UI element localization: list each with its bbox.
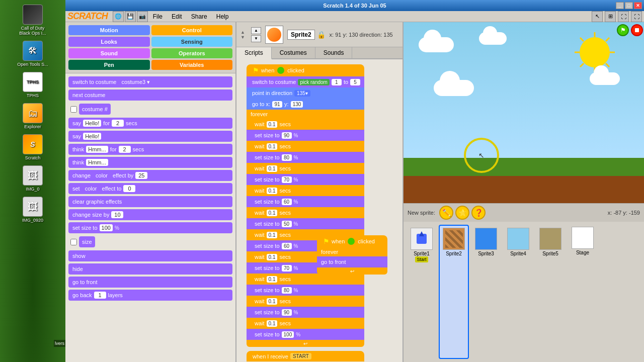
desktop-icon-explorer[interactable]: 🗂 Explorer: [15, 101, 50, 131]
script-switch-costume[interactable]: switch to costume pick random 1 to 5: [247, 76, 364, 87]
desktop-icon-img0920[interactable]: 🖼 IMG_0920: [15, 195, 50, 225]
cat-control[interactable]: Control: [151, 25, 233, 35]
cat-motion[interactable]: Motion: [68, 25, 150, 35]
say-hello2-input[interactable]: Hello!: [83, 133, 101, 140]
close-button[interactable]: ✕: [634, 2, 642, 9]
cat-looks[interactable]: Looks: [68, 37, 150, 47]
script-size-90[interactable]: set size to 90 %: [247, 130, 364, 141]
green-flag-button[interactable]: ⚑: [617, 24, 629, 36]
sprite-item-4[interactable]: Sprite4: [503, 225, 533, 359]
lock-icon[interactable]: 🔒: [317, 31, 326, 39]
block-clear-effects[interactable]: clear graphic effects: [68, 196, 232, 207]
costume-hash-checkbox[interactable]: [70, 106, 77, 113]
script-size-70[interactable]: set size to 70 %: [247, 174, 364, 185]
block-switch-costume[interactable]: switch to costume costume3 ▾: [68, 76, 232, 87]
resize-icon[interactable]: ⊞: [605, 11, 616, 22]
block-say-hello-for[interactable]: say Hello! for 2 secs: [68, 118, 232, 129]
block-think-hmm[interactable]: think Hmm...: [68, 157, 232, 168]
random-sprite-button[interactable]: ⭐: [455, 206, 469, 220]
stop-button[interactable]: [631, 24, 643, 36]
cat-sensing[interactable]: Sensing: [151, 37, 233, 47]
script-wait-9[interactable]: wait 0.1 secs: [247, 296, 364, 307]
script-size-50[interactable]: set size to 50 %: [247, 218, 364, 229]
maximize-button[interactable]: □: [625, 2, 633, 9]
think-hmm2-input[interactable]: Hmm...: [86, 159, 108, 166]
effect-dropdown[interactable]: color: [93, 172, 111, 179]
block-say-hello[interactable]: say Hello!: [68, 131, 232, 142]
sprite-nav-up[interactable]: ▲: [251, 27, 261, 34]
receive-message[interactable]: START: [290, 353, 311, 359]
script-size-60[interactable]: set size to 60 %: [247, 196, 364, 207]
sprite-item-2[interactable]: Sprite2: [439, 225, 469, 359]
sprite-nav-down[interactable]: ▼: [251, 35, 261, 42]
set-effect-dropdown[interactable]: color: [82, 185, 100, 192]
cat-sound[interactable]: Sound: [68, 48, 150, 58]
size-block[interactable]: size: [79, 236, 95, 247]
hat-block-clicked[interactable]: ⚑ when clicked: [247, 64, 364, 76]
tab-scripts[interactable]: Scripts: [236, 47, 272, 59]
desktop-icon-cod[interactable]: Call of DutyBlack Ops I...: [15, 3, 50, 38]
script-wait-10[interactable]: wait 0.1 secs: [247, 318, 364, 329]
stage-item[interactable]: Stage: [568, 225, 598, 359]
block-show[interactable]: show: [68, 250, 232, 261]
think-secs-input[interactable]: 2: [119, 146, 131, 153]
menu-edit[interactable]: Edit: [168, 12, 186, 21]
menu-share[interactable]: Share: [187, 12, 211, 21]
say-secs-input[interactable]: 2: [112, 120, 124, 127]
set-effect-val[interactable]: 0: [123, 185, 135, 192]
set-size-input[interactable]: 100: [100, 224, 113, 231]
effect-val-input[interactable]: 25: [135, 172, 147, 179]
menu-help[interactable]: Help: [212, 12, 233, 21]
script-go-to-xy[interactable]: go to x: 91 y: 130: [247, 99, 364, 110]
block-go-back-layers[interactable]: go back 1 layers: [68, 290, 232, 301]
pointer-icon[interactable]: ↖: [592, 11, 603, 22]
script-go-front[interactable]: go to front: [317, 256, 387, 267]
tab-sounds[interactable]: Sounds: [315, 47, 353, 58]
sprite-name-box[interactable]: Sprite2: [287, 30, 315, 40]
sprite-item-1[interactable]: Sprite1 Start: [407, 225, 437, 359]
minimize-button[interactable]: _: [616, 2, 624, 9]
tab-costumes[interactable]: Costumes: [272, 47, 315, 58]
block-set-size[interactable]: set size to 100 %: [68, 222, 232, 233]
block-change-effect[interactable]: change color effect by 25: [68, 170, 232, 181]
globe-icon[interactable]: 🌐: [113, 11, 124, 22]
upload-sprite-button[interactable]: ❓: [471, 206, 486, 220]
say-hello-input[interactable]: Hello!: [83, 120, 101, 127]
desktop-icon-img0[interactable]: 🖼 IMG_0: [15, 163, 50, 194]
script-wait-1[interactable]: wait 0.1 secs: [247, 119, 364, 130]
block-set-effect[interactable]: set color effect to 0: [68, 183, 232, 194]
hat-receive[interactable]: when I receive START: [247, 351, 364, 361]
block-hide[interactable]: hide: [68, 263, 232, 275]
script-wait-5[interactable]: wait 0.1 secs: [247, 207, 364, 218]
present-icon[interactable]: ⛶: [631, 11, 642, 22]
script-forever2[interactable]: forever: [317, 247, 387, 256]
script-forever[interactable]: forever: [247, 110, 364, 119]
save-icon[interactable]: 💾: [125, 11, 136, 22]
sprite-item-5[interactable]: Sprite5: [535, 225, 566, 359]
hat-block-clicked2[interactable]: ⚑ when clicked: [317, 235, 387, 247]
script-size-80[interactable]: set size to 80 %: [247, 152, 364, 163]
script-wait-4[interactable]: wait 0.1 secs: [247, 185, 364, 196]
desktop-icon-tphs[interactable]: TPHS TPHS: [15, 70, 50, 100]
fullscreen-icon[interactable]: ⛶: [618, 11, 629, 22]
paint-sprite-button[interactable]: ✏️: [439, 206, 453, 220]
desktop-icon-scratch[interactable]: S Scratch: [15, 132, 50, 162]
sprite-item-3[interactable]: Sprite3: [471, 225, 501, 359]
size-checkbox[interactable]: [70, 239, 77, 245]
block-change-size[interactable]: change size by 10: [68, 209, 232, 220]
block-next-costume[interactable]: next costume: [68, 89, 232, 101]
go-back-layers-input[interactable]: 1: [94, 292, 106, 299]
script-size-100[interactable]: set size to 100 %: [247, 329, 364, 340]
script-wait-3[interactable]: wait 0.1 secs: [247, 163, 364, 174]
resize-arrows[interactable]: ▲ ▼: [240, 30, 245, 40]
cat-variables[interactable]: Variables: [151, 60, 233, 70]
costume-dropdown[interactable]: costume3 ▾: [118, 78, 153, 86]
script-point-direction[interactable]: point in direction 135▾: [247, 87, 364, 99]
cat-pen[interactable]: Pen: [68, 60, 150, 70]
cat-operators[interactable]: Operators: [151, 48, 233, 58]
script-wait-8[interactable]: wait 0.1 secs: [247, 274, 364, 285]
costume-hash-block[interactable]: costume #: [79, 104, 111, 115]
block-go-to-front[interactable]: go to front: [68, 277, 232, 288]
script-wait-2[interactable]: wait 0.1 secs: [247, 141, 364, 152]
think-hmm-input[interactable]: Hmm...: [86, 146, 108, 153]
